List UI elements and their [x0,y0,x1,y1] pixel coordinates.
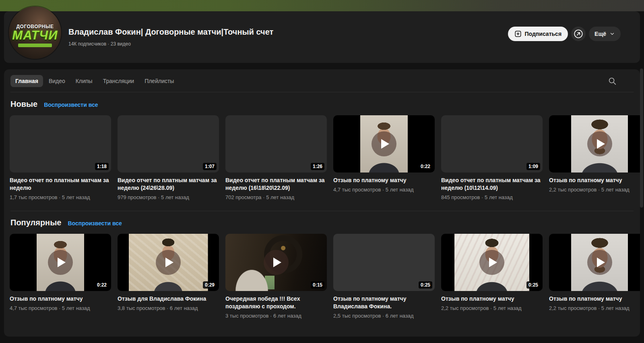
tab-bar: Главная Видео Клипы Трансляции Плейлисты [4,69,640,87]
more-label: Ещё [594,31,606,37]
duration-badge: 0:22 [419,163,432,170]
channel-avatar: ДОГОВОРНЫЕ МАТЧИ [9,6,61,59]
chevron-down-icon [609,31,615,37]
video-card[interactable]: Отзыв по платному матчу 2,2 тыс просмотр… [549,115,640,200]
play-icon [264,250,289,275]
video-card[interactable]: 0:22 Отзыв по платному матчу 4,7 тыс про… [333,115,435,200]
duration-badge: 1:07 [203,163,217,170]
channel-stats: 14К подписчиков · 23 видео [68,41,640,47]
duration-badge: 1:26 [311,163,324,170]
video-thumbnail: 1:09 [441,115,543,173]
video-meta: 979 просмотров · 5 лет назад [118,194,219,200]
video-title[interactable]: Отзыв по платному матчу Владислава Фокин… [333,295,435,310]
video-title[interactable]: Видео отчет по платным матчам за неделю … [441,177,543,192]
video-thumbnail: 0:29 [118,234,219,291]
video-title[interactable]: Отзыв по платному матчу [10,295,111,303]
tab-clips[interactable]: Клипы [71,75,97,87]
section-header: Новые Воспроизвести все [4,100,640,109]
video-meta: 2,2 тыс просмотров · 5 лет назад [441,305,543,311]
header-actions: Подписаться Ещё [508,27,621,41]
video-meta: 2,2 тыс просмотров · 5 лет назад [549,305,640,311]
scrollbar-thumb[interactable] [640,69,643,208]
duration-badge: 1:09 [526,163,540,170]
video-card[interactable]: 1:18 Видео отчет по платным матчам за не… [10,115,111,200]
video-title[interactable]: Отзыв по платному матчу [333,177,435,184]
sections: Новые Воспроизвести все 1:18 Видео отчет… [4,92,640,329]
video-meta: 1,7 тыс просмотров · 5 лет назад [10,194,111,200]
play-all-link[interactable]: Воспроизвести все [68,220,122,227]
video-meta: 3 тыс просмотров · 6 лет назад [225,313,327,319]
video-card[interactable]: 1:07 Видео отчет по платным матчам за не… [118,115,219,200]
video-section: Новые Воспроизвести все 1:18 Видео отчет… [4,92,640,211]
video-title[interactable]: Видео отчет по платным матчам за неделю … [118,177,219,192]
video-title[interactable]: Отзыв для Владислава Фокина [118,295,219,303]
video-meta: 2,5 тыс просмотров · 6 лет назад [333,313,435,319]
video-card[interactable]: 1:26 Видео отчет по платным матчам за не… [225,115,327,200]
video-thumbnail: 0:15 [225,234,327,291]
video-thumbnail: 0:22 [10,234,111,291]
video-row: 1:18 Видео отчет по платным матчам за не… [4,115,640,200]
video-thumbnail [549,234,640,291]
video-thumbnail [549,115,640,173]
channel-header: ДОГОВОРНЫЕ МАТЧИ Владислав Фокин| Догово… [4,11,640,63]
section-title: Новые [10,100,37,109]
tab-home[interactable]: Главная [10,75,43,87]
video-thumbnail: 0:25 [333,234,435,291]
video-title[interactable]: Видео отчет по платным матчам за неделю [10,177,111,192]
play-all-link[interactable]: Воспроизвести все [44,102,98,108]
video-card[interactable]: 0:22 Отзыв по платному матчу 4,7 тыс про… [10,234,111,319]
search-button[interactable] [608,77,617,85]
subscribe-button[interactable]: Подписаться [508,27,568,41]
section-title: Популярные [10,218,61,227]
play-icon [372,131,396,156]
tab-playlists[interactable]: Плейлисты [140,75,179,87]
video-card[interactable]: 0:25 Отзыв по платному матчу 2,2 тыс про… [441,234,543,319]
duration-badge: 0:22 [95,281,109,289]
channel-content: Главная Видео Клипы Трансляции Плейлисты… [4,69,640,337]
play-icon [48,250,73,275]
video-row: 0:22 Отзыв по платному матчу 4,7 тыс про… [4,234,640,319]
duration-badge: 0:25 [526,281,540,289]
arrow-up-right-icon [573,29,584,39]
duration-badge: 0:29 [203,281,217,289]
search-icon [608,77,617,85]
video-meta: 4,7 тыс просмотров · 5 лет назад [333,187,435,193]
video-meta: 702 просмотра · 5 лет назад [225,194,327,200]
video-meta: 4,7 тыс просмотров · 5 лет назад [10,305,111,311]
video-card[interactable]: 0:25 Отзыв по платному матчу Владислава … [333,234,435,319]
avatar-banner-strip [18,44,52,47]
duration-badge: 1:18 [95,163,109,170]
duration-badge: 0:25 [419,281,432,289]
video-section: Популярные Воспроизвести все 0:22 Отзыв … [4,211,640,329]
video-meta: 2,2 тыс просмотров · 5 лет назад [549,187,640,193]
video-title[interactable]: Видео отчет по платным матчам за неделю … [225,177,327,192]
video-card[interactable]: 0:15 Очередная победа !!! Всех поздравля… [225,234,327,319]
video-title[interactable]: Отзыв по платному матчу [549,177,640,184]
more-button[interactable]: Ещё [589,27,621,41]
channel-banner [0,0,644,11]
play-icon [587,131,612,156]
play-icon [156,250,181,275]
video-meta: 845 просмотров · 5 лет назад [441,194,543,200]
video-thumbnail: 0:25 [441,234,543,291]
video-card[interactable]: Отзыв по платному матчу 2,2 тыс просмотр… [549,234,640,319]
video-thumbnail: 1:26 [225,115,327,173]
video-card[interactable]: 1:09 Видео отчет по платным матчам за не… [441,115,543,200]
play-icon [587,250,612,275]
video-thumbnail: 0:22 [333,115,435,173]
tab-streams[interactable]: Трансляции [98,75,139,87]
play-icon [479,250,504,275]
share-arrow-button[interactable] [571,27,586,41]
video-title[interactable]: Отзыв по платному матчу [441,295,543,303]
plus-box-icon [514,30,522,37]
subscribe-label: Подписаться [525,31,562,37]
tab-videos[interactable]: Видео [44,75,70,87]
duration-badge: 0:15 [311,281,324,289]
video-meta: 3,8 тыс просмотров · 6 лет назад [118,305,219,311]
video-title[interactable]: Очередная победа !!! Всех поздравляю с п… [225,295,327,310]
section-header: Популярные Воспроизвести все [4,218,640,227]
video-thumbnail: 1:07 [118,115,219,173]
video-card[interactable]: 0:29 Отзыв для Владислава Фокина 3,8 тыс… [118,234,219,319]
video-title[interactable]: Отзыв по платному матчу [549,295,640,303]
video-thumbnail: 1:18 [10,115,111,173]
